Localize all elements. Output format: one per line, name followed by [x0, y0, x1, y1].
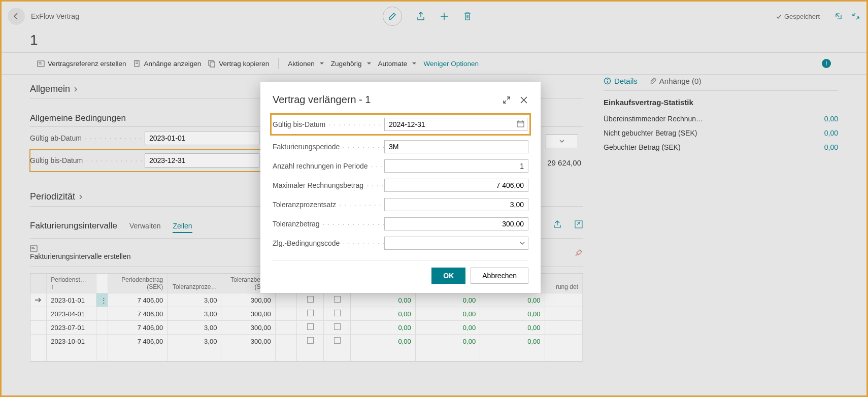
new-icon[interactable] [440, 12, 449, 21]
dialog-billing-period-row: Fakturierungsperiode [273, 137, 528, 156]
less-options-link[interactable]: Weniger Optionen [423, 60, 479, 68]
dialog-valid-to-input[interactable] [384, 118, 527, 131]
page-title: ExFlow Vertrag [31, 12, 79, 20]
stat-unposted-amount: Nicht gebuchter Betrag (SEK) 0,00 [604, 126, 838, 140]
dialog-max-invoice-row: Maximaler Rechnungsbetrag [273, 176, 528, 195]
billing-intervals-title: Fakturierungsintervalle [30, 221, 117, 231]
stat-posted-amount: Gebuchter Betrag (SEK) 0,00 [604, 140, 838, 154]
extend-contract-dialog: Vertrag verlängern - 1 Gültig bis-Datum [260, 82, 541, 293]
col-rung[interactable]: rung det [545, 274, 582, 293]
dialog-tol-amount-input[interactable] [384, 217, 528, 230]
dialog-ok-button[interactable]: OK [431, 268, 465, 284]
table-row[interactable]: 2023-07-017 406,003,00300,000,000,000,00 [30, 321, 583, 335]
share-lines-icon[interactable] [553, 220, 562, 229]
create-intervals-action[interactable]: Fakturierungsintervalle erstellen [30, 245, 130, 260]
col-period-amount[interactable]: Periodenbetrag (SEK) [108, 274, 168, 293]
valid-to-row: Gültig bis-Datum [30, 149, 263, 172]
dialog-num-invoices-row: Anzahl rechnungen in Periode [273, 156, 528, 176]
valid-from-input[interactable] [145, 131, 259, 145]
valid-to-label: Gültig bis-Datum [30, 156, 145, 164]
related-menu[interactable]: Zugehörig [331, 60, 371, 68]
dialog-billing-period-input[interactable] [384, 140, 528, 153]
dialog-tol-pct-input[interactable] [384, 198, 528, 211]
valid-to-input[interactable] [145, 153, 259, 168]
dialog-expand-icon[interactable] [502, 95, 511, 105]
stat-matched-invoice: Übereinstimmender Rechnun… 0,00 [604, 112, 838, 126]
personalize-icon[interactable] [574, 248, 583, 257]
col-period-start[interactable]: Periodenst…↑ [47, 274, 96, 293]
dialog-num-invoices-input[interactable] [384, 159, 528, 173]
currency-dropdown[interactable] [546, 134, 578, 148]
dialog-valid-to-row: Gültig bis-Datum [273, 116, 528, 133]
automate-menu[interactable]: Automate [378, 60, 417, 68]
page-header: ExFlow Vertrag Gespeichert [2, 2, 866, 31]
edit-button[interactable] [383, 7, 402, 26]
svg-rect-3 [210, 62, 215, 67]
table-row[interactable]: 2023-10-017 406,003,00300,000,000,000,00 [30, 335, 583, 348]
valid-from-label: Gültig ab-Datum [30, 134, 145, 142]
dialog-max-invoice-input[interactable] [384, 179, 528, 192]
dialog-tol-amount-row: Toleranzbetrag [273, 214, 528, 234]
svg-rect-4 [575, 221, 582, 228]
dialog-tol-pct-row: Toleranzprozentsatz [273, 195, 528, 214]
factbox-tab-attachments[interactable]: Anhänge (0) [649, 77, 702, 85]
table-row[interactable]: 2023-04-017 406,003,00300,000,000,000,00 [30, 307, 583, 321]
action-toolbar: Vertragsreferenz erstellen Anhänge anzei… [2, 52, 866, 75]
header-action-bar [383, 7, 472, 26]
dialog-payment-terms-row: Zlg.-Bedingungscode [273, 234, 528, 253]
factbox-tab-details[interactable]: Details [604, 77, 638, 85]
tab-manage[interactable]: Verwalten [129, 222, 160, 230]
show-attachments-action[interactable]: Anhänge anzeigen [133, 60, 202, 68]
collapse-icon[interactable] [851, 12, 860, 21]
factbox-panel: Details Anhänge (0) Einkaufsvertrag-Stat… [604, 75, 838, 362]
dialog-cancel-button[interactable]: Abbrechen [471, 268, 528, 284]
info-badge-icon[interactable]: i [822, 59, 831, 68]
table-row-empty[interactable] [30, 348, 583, 361]
dialog-payment-terms-dropdown[interactable] [384, 237, 528, 250]
create-reference-action[interactable]: Vertragsreferenz erstellen [37, 60, 126, 68]
actions-menu[interactable]: Aktionen [288, 60, 324, 68]
saved-status: Gespeichert [776, 13, 820, 20]
delete-icon[interactable] [463, 12, 472, 21]
valid-from-row: Gültig ab-Datum [30, 127, 263, 149]
tab-lines[interactable]: Zeilen [173, 222, 192, 233]
dialog-close-icon[interactable] [519, 95, 528, 105]
share-icon[interactable] [416, 12, 425, 21]
copy-contract-action[interactable]: Vertrag kopieren [208, 60, 269, 68]
record-number: 1 [2, 31, 866, 52]
dialog-title: Vertrag verlängern - 1 [273, 94, 371, 106]
table-row[interactable]: 2023-01-01⋮7 406,003,00300,000,000,000,0… [30, 293, 583, 307]
stats-title: Einkaufsvertrag-Statistik [604, 91, 838, 112]
col-tol-pct[interactable]: Toleranzproze… [168, 274, 221, 293]
back-button[interactable] [8, 8, 25, 25]
expand-lines-icon[interactable] [574, 220, 583, 229]
popout-icon[interactable] [834, 12, 843, 21]
